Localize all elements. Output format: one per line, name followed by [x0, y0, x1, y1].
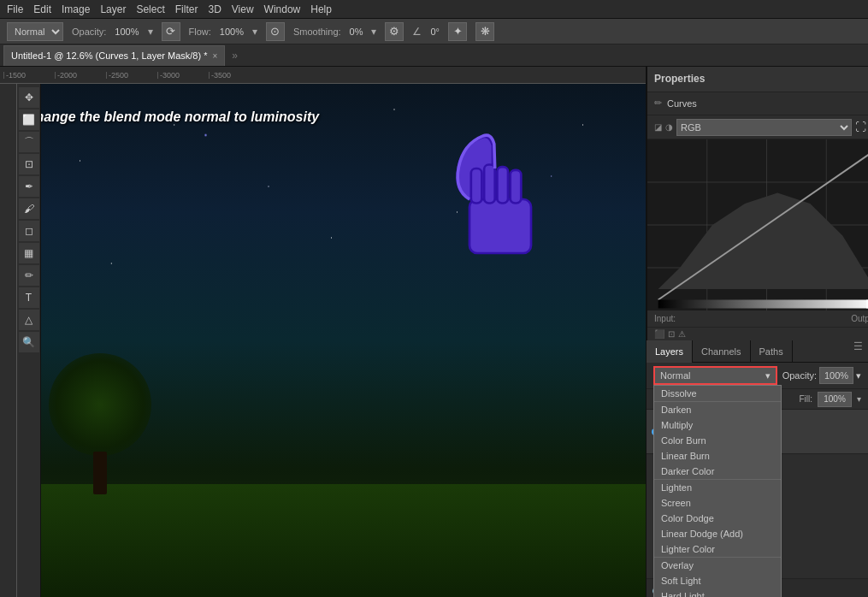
right-panels: Properties ☰ ✏ Curves ◪ ◑ RGB Red Green …: [646, 67, 868, 597]
output-label: Output:: [851, 314, 868, 323]
curves-label: Curves: [667, 98, 697, 109]
blend-linear-dodge[interactable]: Linear Dodge (Add): [654, 526, 781, 541]
tab-overflow[interactable]: »: [232, 50, 238, 62]
tree: [49, 358, 151, 494]
blend-color-burn[interactable]: Color Burn: [654, 433, 781, 448]
blend-darker-color[interactable]: Darker Color: [654, 464, 781, 479]
curves-graph[interactable]: [647, 139, 868, 310]
curves-expand-icon[interactable]: ⛶: [855, 121, 866, 133]
tab-paths[interactable]: Paths: [751, 340, 793, 363]
layers-tabs: Layers Channels Paths ☰: [647, 340, 868, 363]
blend-mode-wrapper: Normal ▾ Dissolve Darken Multiply Color …: [653, 366, 777, 385]
blend-dissolve[interactable]: Dissolve: [654, 386, 781, 401]
flow-toggle[interactable]: ⟳: [162, 22, 180, 41]
blend-lighten[interactable]: Lighten: [654, 480, 781, 495]
curves-channel-select[interactable]: RGB Red Green Blue: [676, 119, 852, 136]
curves-header: ✏ Curves: [647, 92, 868, 116]
blend-group-darken: Darken Multiply Color Burn Linear Burn D…: [654, 401, 781, 479]
blend-mode-display[interactable]: Normal ▾: [653, 366, 777, 385]
tab-bar: Untitled-1 @ 12.6% (Curves 1, Layer Mask…: [0, 44, 868, 67]
canvas-image[interactable]: Change the blend mode normal to luminosi…: [17, 84, 646, 597]
tool-shape[interactable]: △: [19, 310, 39, 330]
tool-pen[interactable]: ✏: [19, 265, 39, 286]
svg-rect-3: [497, 167, 508, 203]
tool-brush[interactable]: 🖌: [19, 198, 39, 219]
tool-select[interactable]: ⬜: [19, 109, 39, 130]
brush-blend-mode-select[interactable]: Normal: [7, 22, 63, 41]
tool-move[interactable]: ✥: [19, 87, 39, 108]
flow-value: 100%: [220, 27, 244, 37]
curves-bottom: Input: Output:: [647, 310, 868, 327]
tool-crop[interactable]: ⊡: [19, 154, 39, 174]
blend-screen[interactable]: Screen: [654, 495, 781, 511]
svg-rect-2: [484, 165, 495, 204]
tool-zoom[interactable]: 🔍: [19, 332, 39, 352]
layers-menu-icon[interactable]: ☰: [853, 340, 868, 362]
curves-tool-2[interactable]: ⊡: [668, 329, 675, 339]
blend-mode-current: Normal: [660, 370, 690, 381]
fill-input[interactable]: [818, 392, 852, 407]
blend-group-normal: Dissolve: [654, 386, 781, 401]
menu-filter[interactable]: Filter: [175, 3, 198, 15]
blend-multiply[interactable]: Multiply: [654, 417, 781, 433]
tab-close[interactable]: ×: [212, 51, 217, 61]
opacity-area: Opacity: ▾: [782, 367, 861, 384]
symmetry-icon[interactable]: ✦: [448, 22, 467, 41]
airbrush-icon[interactable]: ⊙: [266, 22, 285, 41]
blend-dropdown-list: Dissolve Darken Multiply Color Burn Line…: [653, 385, 782, 597]
smoothing-label: Smoothing:: [293, 27, 341, 37]
blend-overlay[interactable]: Overlay: [654, 558, 781, 573]
settings-icon[interactable]: ⚙: [385, 22, 404, 41]
menu-select[interactable]: Select: [136, 3, 164, 15]
ruler-vertical: [0, 84, 17, 597]
menu-window[interactable]: Window: [264, 3, 301, 15]
menu-help[interactable]: Help: [310, 3, 332, 15]
curves-icon2: ◑: [665, 122, 673, 132]
blend-darken[interactable]: Darken: [654, 402, 781, 417]
opacity-value: 100%: [115, 27, 139, 37]
flow-label: Flow:: [189, 27, 211, 37]
blend-linear-burn[interactable]: Linear Burn: [654, 448, 781, 464]
tool-eraser[interactable]: ◻: [19, 221, 39, 241]
brush-stroke-icon: ✏: [654, 98, 662, 109]
menu-view[interactable]: View: [232, 3, 254, 15]
extra-icon[interactable]: ❋: [475, 22, 494, 41]
tool-panel: ✥ ⬜ ⌒ ⊡ ✒ 🖌 ◻ ▦ ✏ T △ 🔍: [17, 84, 41, 597]
angle-value: 0°: [430, 27, 440, 37]
menu-3d[interactable]: 3D: [208, 3, 221, 15]
svg-rect-4: [511, 170, 522, 204]
tool-lasso[interactable]: ⌒: [19, 132, 39, 152]
canvas-body: Change the blend mode normal to luminosi…: [0, 84, 646, 597]
properties-panel: Properties ☰ ✏ Curves ◪ ◑ RGB Red Green …: [647, 67, 868, 340]
document-tab[interactable]: Untitled-1 @ 12.6% (Curves 1, Layer Mask…: [3, 45, 225, 66]
main-area: -1500 -2000 -2500 -3000 -3500 Change the…: [0, 67, 868, 597]
menu-edit[interactable]: Edit: [33, 3, 51, 15]
tree-trunk: [93, 452, 107, 494]
tool-eyedropper[interactable]: ✒: [19, 176, 39, 197]
options-bar: Normal Opacity: 100% ▾ ⟳ Flow: 100% ▾ ⊙ …: [0, 19, 868, 44]
curves-tool-1[interactable]: ⬛: [654, 329, 664, 339]
fill-label: Fill:: [799, 394, 812, 404]
blend-soft-light[interactable]: Soft Light: [654, 573, 781, 588]
opacity-input[interactable]: [819, 367, 853, 384]
svg-rect-0: [469, 199, 531, 253]
menu-layer[interactable]: Layer: [100, 3, 126, 15]
menu-bar: File Edit Image Layer Select Filter 3D V…: [0, 0, 868, 19]
tab-channels[interactable]: Channels: [693, 340, 750, 363]
tree-canopy: [49, 353, 151, 456]
opacity-arrow[interactable]: ▾: [856, 370, 861, 381]
tool-gradient[interactable]: ▦: [19, 243, 39, 263]
blend-mode-row: Normal ▾ Dissolve Darken Multiply Color …: [647, 363, 868, 389]
tool-type[interactable]: T: [19, 287, 39, 308]
blend-lighter-color[interactable]: Lighter Color: [654, 541, 781, 557]
tab-layers[interactable]: Layers: [647, 340, 693, 363]
blend-color-dodge[interactable]: Color Dodge: [654, 511, 781, 526]
menu-file[interactable]: File: [7, 3, 23, 15]
menu-image[interactable]: Image: [62, 3, 90, 15]
fill-arrow[interactable]: ▾: [857, 394, 861, 404]
curves-icon1: ◪: [654, 122, 662, 132]
blend-hard-light[interactable]: Hard Light: [654, 588, 781, 597]
svg-rect-12: [658, 300, 868, 309]
instruction-text: Change the blend mode normal to luminosi…: [26, 109, 319, 125]
tab-label: Untitled-1 @ 12.6% (Curves 1, Layer Mask…: [11, 50, 207, 61]
